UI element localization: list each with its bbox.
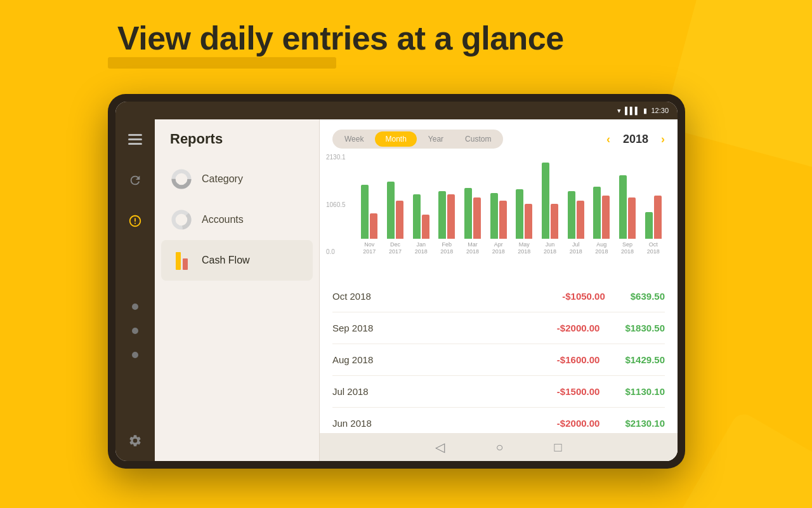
bar-pair: [490, 154, 507, 239]
tablet-frame: ▾ ▌▌▌ ▮ 12:30: [108, 94, 685, 469]
bar-group: May 2018: [513, 154, 536, 255]
row-positive: $639.50: [631, 291, 665, 302]
sidebar-menu-icon[interactable]: [124, 128, 147, 151]
tab-year[interactable]: Year: [418, 131, 454, 147]
sidebar-settings-icon[interactable]: [124, 429, 147, 452]
row-period: Jun 2018: [332, 418, 557, 429]
sidebar-chart-icon[interactable]: [124, 210, 147, 232]
home-btn[interactable]: ○: [495, 440, 503, 455]
menu-item-cashflow[interactable]: Cash Flow: [161, 240, 313, 281]
bar-label: Sep 2018: [621, 241, 634, 255]
tab-custom[interactable]: Custom: [455, 131, 501, 147]
bar-label: Oct 2018: [647, 241, 660, 255]
table-row[interactable]: Sep 2018-$2000.00$1830.50: [332, 312, 665, 344]
bar-group: Jan 2018: [409, 154, 433, 255]
table-row[interactable]: Jun 2018-$2000.00$2130.10: [332, 408, 665, 433]
accounts-label: Accounts: [202, 214, 244, 225]
row-negative: -$2000.00: [557, 323, 600, 333]
chart-y-labels: 2130.1 1060.5 0.0: [326, 154, 346, 255]
bar-group: Jun 2018: [539, 154, 562, 255]
tab-month[interactable]: Month: [375, 131, 416, 147]
deco-2: [676, 410, 812, 508]
red-bar: [422, 215, 429, 239]
bar-label: Apr 2018: [492, 241, 505, 255]
red-bar: [525, 204, 532, 239]
menu-item-category[interactable]: Category: [155, 159, 319, 199]
bar-label: Jul 2018: [570, 241, 582, 255]
sidebar-dot3[interactable]: [132, 352, 138, 358]
cashflow-icon: [170, 249, 193, 272]
bar-group: Nov 2017: [358, 154, 381, 255]
red-bar: [447, 194, 455, 239]
bars-container: Nov 2017Dec 2017Jan 2018Feb 2018Mar 2018…: [358, 154, 665, 255]
bar-pair: [361, 154, 377, 239]
table-row[interactable]: Jul 2018-$1500.00$1130.10: [332, 376, 665, 408]
data-table: Oct 2018-$1050.00$639.50Sep 2018-$2000.0…: [320, 281, 678, 433]
bar-pair: [464, 154, 481, 239]
bar-pair: [438, 154, 455, 239]
bar-label: May 2018: [518, 241, 530, 255]
row-positive: $2130.10: [625, 418, 665, 429]
bar-pair: [516, 154, 532, 239]
year-nav: ‹ 2018 ›: [606, 133, 665, 146]
bar-group: Apr 2018: [487, 154, 510, 255]
row-positive: $1830.50: [625, 323, 665, 333]
red-bar: [499, 201, 507, 239]
year-label: 2018: [623, 133, 648, 146]
table-row[interactable]: Aug 2018-$1600.00$1429.50: [332, 344, 665, 376]
row-period: Sep 2018: [332, 323, 557, 333]
tab-week[interactable]: Week: [334, 131, 374, 147]
sidebar-refresh-icon[interactable]: [124, 169, 147, 192]
prev-year-btn[interactable]: ‹: [606, 133, 610, 146]
bar-chart: 2130.1 1060.5 0.0 Nov 2017Dec 2017Jan 20…: [320, 154, 678, 281]
status-time: 12:30: [651, 107, 669, 114]
bar-pair: [619, 154, 636, 239]
green-bar: [413, 194, 421, 239]
red-bar: [396, 201, 403, 239]
next-year-btn[interactable]: ›: [661, 133, 665, 146]
speech-bubble: [108, 57, 336, 69]
green-bar: [361, 185, 369, 239]
status-bar: ▾ ▌▌▌ ▮ 12:30: [115, 102, 678, 119]
bar-pair: [593, 154, 610, 239]
sidebar-dot2[interactable]: [132, 328, 138, 334]
green-bar: [593, 187, 601, 239]
bar-group: Aug 2018: [590, 154, 613, 255]
menu-item-accounts[interactable]: Accounts: [155, 199, 319, 240]
row-period: Aug 2018: [332, 354, 557, 365]
category-icon: [170, 168, 193, 190]
bar-label: Aug 2018: [595, 241, 608, 255]
bar-label: Dec 2017: [389, 241, 402, 255]
bar-label: Jun 2018: [544, 241, 556, 255]
row-negative: -$2000.00: [557, 418, 600, 429]
reports-panel: Reports Category: [155, 119, 320, 461]
green-bar: [490, 193, 498, 239]
green-bar: [645, 212, 653, 239]
svg-rect-0: [128, 134, 142, 136]
tablet-screen: ▾ ▌▌▌ ▮ 12:30: [115, 102, 678, 461]
red-bar: [628, 197, 636, 239]
back-btn[interactable]: ◁: [435, 439, 445, 455]
green-bar: [516, 189, 523, 239]
table-row[interactable]: Oct 2018-$1050.00$639.50: [332, 281, 665, 312]
chart-area: Week Month Year Custom ‹ 2018 › 2130.1: [320, 119, 678, 461]
bar-pair: [645, 154, 662, 239]
bar-pair: [542, 154, 558, 239]
row-negative: -$1050.00: [562, 291, 605, 302]
bar-group: Feb 2018: [435, 154, 459, 255]
bar-label: Mar 2018: [466, 241, 479, 255]
recents-btn[interactable]: □: [554, 440, 562, 455]
category-label: Category: [202, 173, 243, 185]
sidebar-dot1[interactable]: [132, 304, 138, 310]
red-bar: [602, 196, 610, 239]
reports-title: Reports: [155, 131, 319, 159]
chart-header: Week Month Year Custom ‹ 2018 ›: [320, 119, 678, 154]
y-label-mid: 1060.5: [326, 201, 346, 208]
bar-label: Feb 2018: [440, 241, 453, 255]
green-bar: [619, 175, 627, 239]
green-bar: [438, 191, 446, 239]
bar-pair: [568, 154, 584, 239]
row-negative: -$1600.00: [557, 354, 600, 365]
row-positive: $1429.50: [625, 354, 665, 365]
green-bar: [542, 163, 549, 239]
